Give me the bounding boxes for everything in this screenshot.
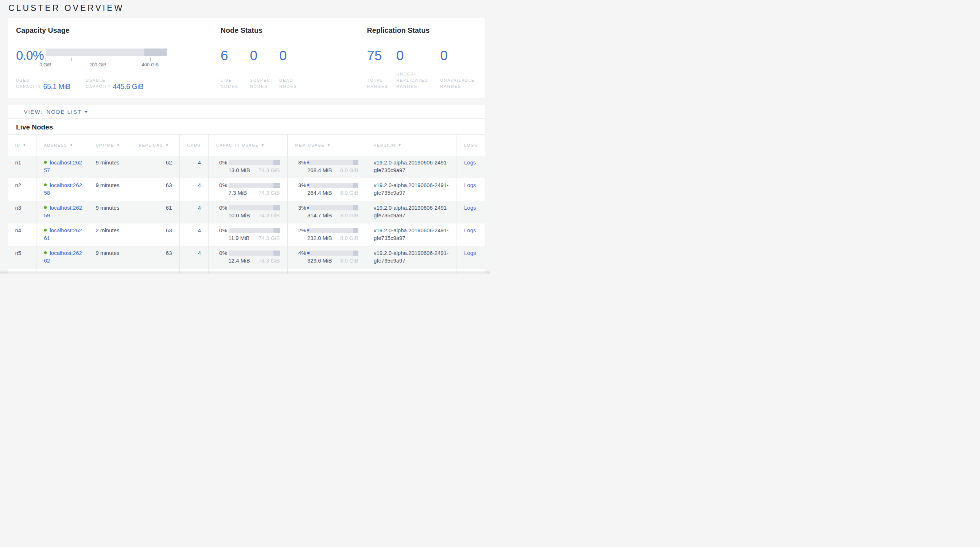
sort-desc-icon: ▼: [398, 143, 402, 147]
column-header-memory[interactable]: MEM USAGE▼: [287, 134, 366, 156]
node-logs-link[interactable]: Logs: [464, 182, 476, 188]
axis-tick: [72, 57, 72, 61]
cluster-overview-page: CLUSTER OVERVIEW Capacity Usage 0.0% 0 G…: [0, 0, 490, 274]
mem-cell-bar: [307, 251, 358, 256]
sort-desc-icon: ▼: [70, 143, 73, 147]
node-uptime-cell: 9 minutes: [88, 156, 131, 178]
node-address-link[interactable]: localhost:26259: [44, 205, 82, 219]
capacity-cell-bar: [229, 251, 280, 256]
live-status-dot-icon: [44, 161, 47, 164]
mem-cell-bar-tail-segment: [353, 183, 358, 188]
node-version-cell: [366, 269, 457, 274]
capacity-total-value: 74.3 GiB: [258, 166, 280, 174]
table-row: n5 localhost:26262 9 minutes 63 4 0% 12.…: [8, 246, 485, 269]
capacity-usage-bar: 0 GiB200 GiB400 GiB: [46, 49, 167, 68]
node-logs-link[interactable]: Logs: [464, 250, 476, 256]
capacity-percent-label: 0%: [216, 226, 227, 234]
node-replicas-cell: 63: [131, 224, 180, 246]
column-header-address[interactable]: ADDRESS▼: [36, 134, 88, 156]
node-replicas-cell: [131, 269, 180, 274]
live-nodes-header: Live Nodes: [8, 119, 485, 134]
live-status-dot-icon: [44, 206, 47, 209]
capacity-stats: USEDCAPACITY 65.1 MiB USABLECAPACITY 445…: [16, 77, 143, 90]
capacity-cell-bar: [229, 183, 280, 188]
replication-status-stat-label: UNAVAILABLERANGES: [441, 77, 475, 90]
mem-cell-bar-used-fill: [307, 207, 309, 209]
used-capacity-value: 65.1 MiB: [43, 83, 70, 90]
live-nodes-title: Live Nodes: [16, 123, 53, 131]
node-mem-usage-cell: 3% 264.4 MiB 8.0 GiB: [287, 178, 366, 201]
mem-percent-label: 2%: [295, 226, 306, 234]
node-logs-cell: Logs: [457, 246, 485, 269]
mem-cell-bar-used-fill: [307, 252, 310, 254]
capacity-cell-bar-tail-segment: [274, 160, 280, 165]
mem-total-value: 8.0 GiB: [340, 166, 358, 174]
node-cpus-cell: 4: [180, 201, 208, 224]
node-replicas-cell: 62: [131, 156, 180, 178]
node-logs-cell: [457, 269, 485, 274]
node-capacity-usage-cell: 0% 7.3 MiB 74.3 GiB: [208, 178, 288, 201]
mem-cell-bar-tail-segment: [353, 205, 358, 210]
node-address-link[interactable]: localhost:26261: [44, 227, 82, 242]
mem-used-value: 268.4 MiB: [307, 166, 332, 174]
mem-percent-label: 3%: [295, 159, 306, 166]
capacity-total-value: 74.3 GiB: [258, 257, 280, 264]
column-header-cpus: CPUS: [180, 134, 208, 156]
node-status-stat: 0SUSPECTNODES: [250, 18, 280, 98]
capacity-total-value: 74.3 GiB: [258, 234, 280, 242]
capacity-total-value: 74.3 GiB: [258, 211, 280, 219]
node-id-cell: n1: [8, 156, 37, 178]
node-address-cell: localhost:26259: [36, 201, 88, 224]
axis-tick-label: 0 GiB: [40, 62, 51, 67]
column-header-capacity[interactable]: CAPACITY USAGE▼: [208, 134, 288, 156]
usable-capacity-label: USABLECAPACITY: [86, 77, 111, 90]
column-header-replicas[interactable]: REPLICAS▼: [131, 134, 180, 156]
column-header-uptime[interactable]: UPTIME▼: [88, 134, 131, 156]
column-header-version[interactable]: VERSION▼: [366, 134, 457, 156]
node-mem-usage-cell: [287, 269, 366, 274]
live-status-dot-icon: [44, 183, 47, 186]
node-address-cell: localhost:26262: [36, 246, 88, 269]
node-cpus-cell: 4: [180, 224, 208, 246]
axis-tick: [124, 57, 124, 61]
used-capacity-stat: USEDCAPACITY 65.1 MiB: [16, 77, 70, 90]
replication-status-stat-value: 0: [396, 49, 404, 62]
node-address-link[interactable]: localhost:26257: [44, 159, 82, 174]
mem-cell-bar-tail-segment: [353, 228, 358, 233]
sort-desc-icon: ▼: [327, 143, 331, 147]
node-capacity-usage-cell: 0% 13.0 MiB 74.3 GiB: [208, 156, 288, 178]
node-address-link[interactable]: localhost:26262: [44, 250, 82, 264]
node-version-cell: v19.2.0-alpha.20190606-2491-gfe735c9a97: [366, 178, 457, 201]
node-uptime-cell: 2 minutes: [88, 224, 131, 246]
node-logs-link[interactable]: Logs: [464, 159, 476, 165]
node-address-link[interactable]: localhost:26258: [44, 182, 82, 197]
node-status-section: Node Status 6LIVENODES0SUSPECTNODES0DEAD…: [221, 18, 352, 98]
mem-cell-bar-used-fill: [307, 184, 309, 186]
node-mem-usage-cell: 3% 268.4 MiB 8.0 GiB: [287, 156, 366, 178]
capacity-used-value: 11.9 MiB: [229, 234, 250, 242]
usable-capacity-stat: USABLECAPACITY 445.6 GiB: [86, 77, 143, 90]
mem-used-value: 329.6 MiB: [307, 257, 332, 264]
node-logs-link[interactable]: Logs: [464, 227, 476, 234]
capacity-used-value: 12.4 MiB: [229, 257, 250, 264]
capacity-used-value: 13.0 MiB: [229, 166, 250, 174]
chevron-down-icon[interactable]: [84, 111, 88, 113]
mem-total-value: 8.0 GiB: [340, 189, 358, 197]
node-status-stat-label: LIVENODES: [221, 77, 239, 90]
mem-total-value: 8.0 GiB: [340, 257, 358, 264]
node-mem-usage-cell: 2% 232.0 MiB 8.0 GiB: [287, 224, 366, 246]
view-dropdown[interactable]: NODE LIST: [47, 109, 82, 115]
capacity-cell-bar: [229, 160, 280, 165]
node-id-cell: n3: [8, 201, 37, 224]
mem-cell-bar-used-fill: [307, 229, 309, 232]
mem-total-value: 8.0 GiB: [340, 211, 358, 219]
column-header-id[interactable]: ID▼: [8, 134, 37, 156]
mem-cell-bar: [307, 205, 358, 210]
replication-status-stat-value: 75: [367, 49, 382, 62]
node-logs-link[interactable]: Logs: [464, 205, 476, 211]
mem-percent-label: 4%: [295, 249, 306, 257]
axis-tick-label: 400 GiB: [142, 62, 159, 67]
capacity-bar-track: [46, 49, 167, 56]
mem-used-value: 232.0 MiB: [307, 234, 332, 242]
mem-total-value: 8.0 GiB: [340, 234, 358, 242]
